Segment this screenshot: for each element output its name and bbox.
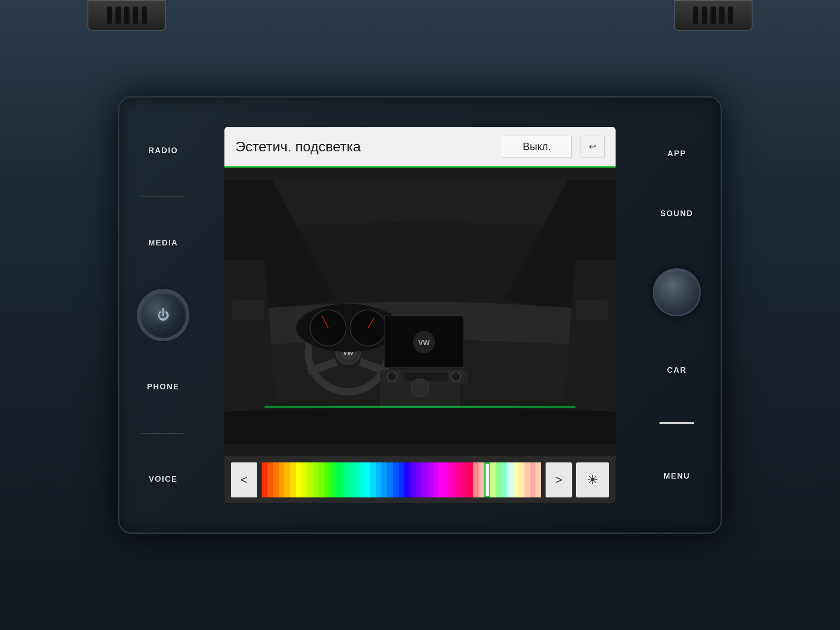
color-swatch[interactable] [284,462,290,497]
color-swatch[interactable] [507,462,513,497]
knob-ring [137,289,189,341]
right-vent [674,0,752,31]
screen-title: Эстетич. подсветка [235,139,493,155]
color-swatch[interactable] [490,462,496,497]
car-interior-display: VW [224,168,616,456]
left-nav-panel: RADIO MEDIA ⏻ PHONE VOICE [119,98,207,532]
svg-point-23 [411,379,429,396]
color-swatch[interactable] [387,462,393,497]
color-swatch[interactable] [336,462,342,497]
svg-text:VW: VW [418,339,430,346]
prev-color-button[interactable]: < [231,462,257,497]
svg-rect-25 [576,300,608,320]
color-swatch[interactable] [524,462,530,497]
color-swatch[interactable] [513,462,518,497]
value-display: Выкл. [502,136,572,158]
color-swatch[interactable] [313,462,318,497]
car-indicator-line [659,422,694,424]
power-knob[interactable]: ⏻ [139,291,187,339]
top-vents [0,0,840,44]
right-nav-panel: APP SOUND CAR MENU [633,98,721,532]
color-swatch[interactable] [318,462,324,497]
color-swatch[interactable] [536,462,541,497]
power-knob-container: ⏻ [137,289,189,341]
color-swatch[interactable] [273,462,279,497]
color-swatch[interactable] [279,462,284,497]
color-swatch[interactable] [444,462,450,497]
app-button[interactable]: APP [651,146,703,162]
color-swatch[interactable] [347,462,353,497]
color-swatch[interactable] [496,462,501,497]
svg-point-19 [387,372,397,382]
color-swatch[interactable] [301,462,307,497]
color-swatch[interactable] [410,462,416,497]
color-swatch[interactable] [330,462,336,497]
color-swatch[interactable] [296,462,301,497]
next-color-button[interactable]: > [546,462,572,497]
color-swatch[interactable] [501,462,507,497]
color-swatch[interactable] [353,462,359,497]
color-swatch[interactable] [462,462,467,497]
sound-button[interactable]: SOUND [651,206,703,222]
nav-divider-1 [141,196,185,197]
color-swatch[interactable] [438,462,444,497]
nav-divider-2 [141,433,185,434]
color-swatch[interactable] [262,462,267,497]
color-swatch[interactable] [267,462,273,497]
infotainment-screen: Эстетич. подсветка Выкл. ↩ [224,127,616,503]
volume-knob-container [651,266,703,318]
color-swatch[interactable] [427,462,433,497]
car-body: RADIO MEDIA ⏻ PHONE VOICE Эстетич. подсв… [0,0,840,630]
color-swatch[interactable] [456,462,462,497]
car-interior-svg: VW [224,168,616,456]
color-swatch[interactable] [518,462,524,497]
svg-rect-24 [232,300,264,320]
volume-knob[interactable] [653,268,701,316]
svg-point-20 [451,372,461,382]
color-swatch[interactable] [325,462,330,497]
color-swatch[interactable] [376,462,382,497]
color-swatch[interactable] [467,462,473,497]
color-swatch[interactable] [433,462,438,497]
infotainment-unit: RADIO MEDIA ⏻ PHONE VOICE Эстетич. подсв… [118,96,722,534]
back-button[interactable]: ↩ [581,136,605,158]
radio-button[interactable]: RADIO [137,143,189,159]
phone-button[interactable]: PHONE [137,379,189,395]
svg-rect-27 [264,406,576,408]
color-swatch[interactable] [342,462,347,497]
color-swatch[interactable] [484,462,490,497]
menu-button[interactable]: MENU [651,468,703,484]
color-strip[interactable] [262,462,541,497]
color-swatch[interactable] [473,462,479,497]
color-swatch[interactable] [290,462,296,497]
color-picker-area: < > ☀ [224,456,616,503]
color-swatch[interactable] [382,462,387,497]
color-swatch[interactable] [359,462,364,497]
color-swatch[interactable] [479,462,484,497]
color-swatch[interactable] [399,462,404,497]
brightness-button[interactable]: ☀ [576,462,609,497]
color-swatch[interactable] [530,462,536,497]
screen-header: Эстетич. подсветка Выкл. ↩ [224,127,616,166]
color-swatch[interactable] [364,462,370,497]
svg-rect-21 [404,373,448,381]
color-swatch[interactable] [404,462,410,497]
color-swatch[interactable] [307,462,313,497]
car-button[interactable]: CAR [651,362,703,378]
voice-button[interactable]: VOICE [137,471,189,487]
left-vent [88,0,166,31]
color-swatch[interactable] [421,462,427,497]
media-button[interactable]: MEDIA [137,235,189,251]
color-swatch[interactable] [393,462,399,497]
color-swatch[interactable] [370,462,376,497]
color-swatch[interactable] [416,462,421,497]
brightness-icon: ☀ [587,472,598,487]
color-swatch[interactable] [450,462,456,497]
